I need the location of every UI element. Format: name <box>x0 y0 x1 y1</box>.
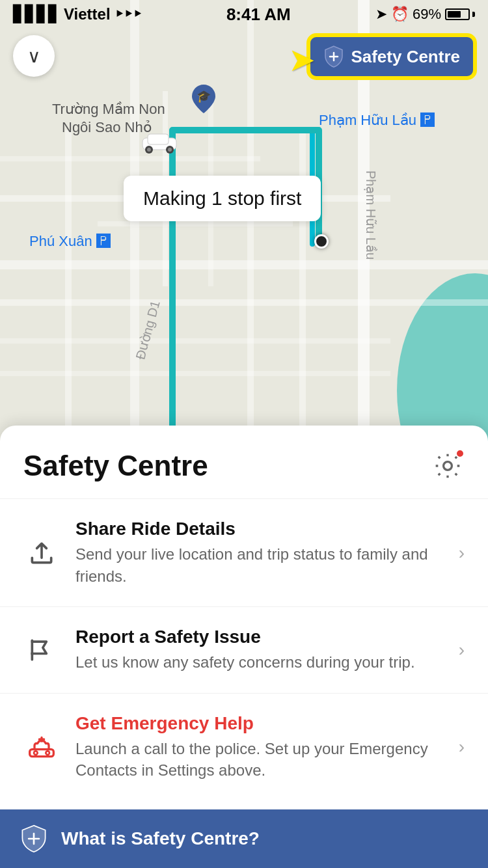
map-label-school1: Trường Mầm Non <box>52 101 165 118</box>
location-icon: ➤ <box>375 6 387 23</box>
svg-rect-19 <box>148 134 169 144</box>
svg-rect-14 <box>0 338 390 344</box>
share-ride-title: Share Ride Details <box>75 519 443 539</box>
emergency-help-desc: Launch a call to the police. Set up your… <box>75 738 443 781</box>
report-issue-title: Report a Safety Issue <box>75 627 443 647</box>
status-bar: ▋▋▋▋ Viettel ‣‣‣ 8:41 AM ➤ ⏰ 69% <box>0 0 488 29</box>
car-icon <box>140 130 179 156</box>
svg-rect-27 <box>31 653 34 655</box>
emergency-icon-wrap <box>23 729 60 765</box>
wifi-icon: ‣‣‣ <box>115 5 142 23</box>
settings-button[interactable] <box>431 449 465 483</box>
share-icon-wrap <box>23 535 60 571</box>
signal-icon: ▋▋▋▋ <box>13 5 60 23</box>
battery-percent: 69% <box>413 6 441 23</box>
time-display: 8:41 AM <box>226 5 291 25</box>
yellow-arrow-icon: ➤ <box>288 41 316 79</box>
share-icon <box>27 539 56 567</box>
emergency-icon <box>27 733 56 761</box>
collapse-button[interactable]: ∨ <box>13 35 55 77</box>
report-issue-desc: Let us know any safety concerns during y… <box>75 651 443 673</box>
stop-tooltip: Making 1 stop first <box>124 176 321 221</box>
map-area: Trường Mầm Non Ngôi Sao Nhỏ Phạm Hữu Lầu… <box>0 0 488 442</box>
carrier-name: Viettel <box>64 5 111 23</box>
bottom-bar-text: What is Safety Centre? <box>61 828 260 849</box>
emergency-help-content: Get Emergency Help Launch a call to the … <box>75 713 443 781</box>
svg-rect-7 <box>65 130 72 442</box>
shield-plus-icon <box>323 45 344 68</box>
svg-rect-3 <box>0 260 488 269</box>
status-left: ▋▋▋▋ Viettel ‣‣‣ <box>13 5 142 23</box>
report-issue-item[interactable]: Report a Safety Issue Let us know any sa… <box>0 607 488 694</box>
flag-icon <box>27 636 56 664</box>
safety-centre-map-button[interactable]: Safety Centre <box>308 35 475 78</box>
bottom-bar[interactable]: What is Safety Centre? <box>0 809 488 868</box>
svg-rect-4 <box>0 299 488 306</box>
gear-notification-dot <box>455 449 465 458</box>
svg-point-26 <box>444 462 452 470</box>
svg-point-29 <box>34 752 38 755</box>
svg-text:🎓: 🎓 <box>197 89 211 103</box>
bottom-bar-shield-icon <box>20 824 48 853</box>
svg-rect-13 <box>98 221 293 226</box>
share-ride-desc: Send your live location and trip status … <box>75 543 443 587</box>
report-issue-chevron: › <box>459 640 465 660</box>
map-label-school2: Ngôi Sao Nhỏ <box>62 119 152 136</box>
emergency-help-title: Get Emergency Help <box>75 713 443 734</box>
svg-rect-10 <box>0 156 260 161</box>
svg-point-23 <box>168 148 172 152</box>
share-ride-item[interactable]: Share Ride Details Send your live locati… <box>0 499 488 607</box>
sheet-title: Safety Centre <box>23 450 208 482</box>
svg-point-22 <box>147 148 151 152</box>
report-issue-content: Report a Safety Issue Let us know any sa… <box>75 627 443 673</box>
menu-items: Share Ride Details Send your live locati… <box>0 499 488 809</box>
map-label-phuxuan: Phú Xuân 🅿 <box>29 233 111 250</box>
emergency-help-chevron: › <box>459 737 465 757</box>
chevron-down-icon: ∨ <box>27 46 41 67</box>
emergency-help-item[interactable]: Get Emergency Help Launch a call to the … <box>0 694 488 801</box>
share-ride-content: Share Ride Details Send your live locati… <box>75 519 443 587</box>
sheet-header: Safety Centre <box>0 426 488 499</box>
location-dot <box>314 234 329 249</box>
status-right: ➤ ⏰ 69% <box>375 6 475 23</box>
street-label-phl: Phạm Hữu Lầu <box>363 170 379 260</box>
svg-point-30 <box>46 752 49 755</box>
bottom-sheet: Safety Centre Share Ride Details Send yo… <box>0 426 488 868</box>
alarm-icon: ⏰ <box>391 6 409 23</box>
map-label-street: Phạm Hữu Lầu 🅿 <box>319 112 435 129</box>
share-ride-chevron: › <box>459 543 465 563</box>
battery-icon <box>445 8 475 20</box>
map-pin: 🎓 <box>192 85 215 116</box>
svg-rect-15 <box>0 371 390 376</box>
flag-icon-wrap <box>23 632 60 668</box>
